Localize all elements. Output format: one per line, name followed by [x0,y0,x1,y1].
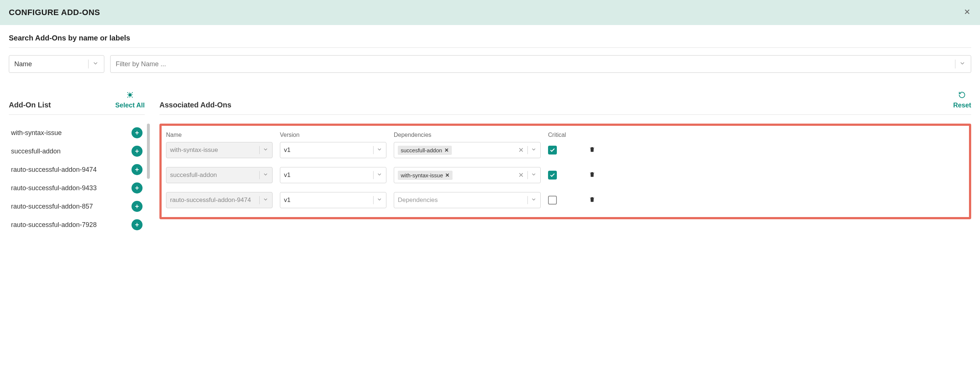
divider [373,171,374,179]
divider [259,196,260,204]
associated-panel: Associated Add-Ons Reset Name Version De… [159,91,971,219]
tag-remove-icon[interactable]: ✕ [445,172,450,178]
chevron-down-icon [377,146,382,154]
scrollbar[interactable] [147,124,150,234]
chevron-down-icon [531,171,537,179]
addon-list-panel: Add-On List Select All with-syntax-issue [9,91,145,234]
reset-label: Reset [953,102,971,109]
version-value: v1 [284,171,370,179]
name-select[interactable]: succesfull-addon [166,167,272,183]
critical-checkbox[interactable] [548,196,557,205]
chevron-down-icon [531,197,537,204]
reset-button[interactable]: Reset [953,91,971,109]
chevron-down-icon [92,60,99,69]
list-item: rauto-successful-addon-9433 [9,179,145,197]
add-button[interactable] [132,201,143,212]
list-item: with-syntax-issue [9,124,145,142]
dependencies-select[interactable]: with-syntax-issue ✕ ✕ [394,167,541,183]
table-row: with-syntax-issue v1 [166,142,964,158]
clear-icon[interactable]: ✕ [518,171,524,179]
table-row: succesfull-addon v1 [166,167,964,183]
addon-name: rauto-successful-addon-857 [11,203,93,210]
chevron-down-icon [262,197,269,204]
tag-label: succesfull-addon [401,147,442,154]
dependencies-value: succesfull-addon ✕ [398,146,518,155]
addon-name: rauto-successful-addon-7928 [11,221,97,229]
add-button[interactable] [132,146,143,157]
tag-label: with-syntax-issue [401,172,443,178]
divider [527,171,528,179]
divider [259,171,260,179]
select-all-label: Select All [115,102,145,109]
trash-icon[interactable] [589,196,595,204]
divider [373,146,374,154]
version-value: v1 [284,197,370,204]
list-item: succesfull-addon [9,142,145,160]
chevron-down-icon [377,171,382,179]
col-header-critical: Critical [548,132,578,138]
col-header-version: Version [280,132,387,138]
critical-checkbox[interactable] [548,171,557,179]
dependencies-placeholder: Dependencies [398,197,525,204]
chevron-down-icon [531,146,537,154]
version-select[interactable]: v1 [280,192,387,208]
clear-icon[interactable]: ✕ [518,146,524,154]
associated-title: Associated Add-Ons [159,101,231,109]
col-header-dependencies: Dependencies [394,132,541,138]
list-item: rauto-successful-addon-857 [9,197,145,216]
search-type-select[interactable]: Name [9,55,104,73]
addon-items: with-syntax-issue succesfull-addon rauto… [9,124,145,234]
chevron-down-icon [262,171,269,179]
divider [259,146,260,154]
search-row: Name [9,55,971,73]
filter-input-wrap[interactable] [110,55,971,73]
divider [373,196,374,204]
associated-highlight-box: Name Version Dependencies Critical with-… [159,124,971,219]
tag-remove-icon[interactable]: ✕ [444,147,449,153]
dependencies-value: with-syntax-issue ✕ [398,171,518,180]
search-type-value: Name [14,60,88,68]
trash-icon[interactable] [589,171,595,179]
search-section-label: Search Add-Ons by name or labels [9,34,971,48]
name-value: succesfull-addon [170,171,256,179]
addon-list-title: Add-On List [9,101,51,109]
dependency-tag: with-syntax-issue ✕ [398,171,453,180]
name-value: with-syntax-issue [170,146,256,154]
version-value: v1 [284,146,370,154]
svg-rect-2 [129,94,131,96]
addon-name: with-syntax-issue [11,129,62,137]
chevron-down-icon [262,146,269,154]
dialog-title: CONFIGURE ADD-ONS [9,8,100,17]
version-select[interactable]: v1 [280,167,387,183]
trash-icon[interactable] [589,146,595,154]
chevron-down-icon [377,197,382,204]
addon-name: rauto-successful-addon-9433 [11,184,97,192]
table-row: rauto-successful-addon-9474 v1 [166,192,964,208]
select-all-button[interactable]: Select All [115,91,145,109]
divider [955,59,955,69]
add-button[interactable] [132,219,143,230]
dependency-tag: succesfull-addon ✕ [398,146,452,155]
close-icon[interactable] [963,7,971,18]
filter-input[interactable] [116,60,955,68]
addon-name: succesfull-addon [11,147,60,155]
add-button[interactable] [132,182,143,194]
dependencies-select[interactable]: Dependencies [394,192,541,208]
col-header-name: Name [166,132,272,138]
scrollbar-thumb[interactable] [147,124,150,179]
list-item: rauto-successful-addon-7928 [9,216,145,234]
chevron-down-icon [959,60,966,68]
version-select[interactable]: v1 [280,142,387,158]
add-button[interactable] [132,164,143,175]
reset-icon [958,91,966,100]
add-button[interactable] [132,127,143,138]
list-item: rauto-successful-addon-9474 [9,160,145,179]
table-header: Name Version Dependencies Critical [166,132,964,138]
name-select[interactable]: with-syntax-issue [166,142,272,158]
dependencies-select[interactable]: succesfull-addon ✕ ✕ [394,142,541,158]
name-value: rauto-successful-addon-9474 [170,197,256,204]
name-select[interactable]: rauto-successful-addon-9474 [166,192,272,208]
divider [527,146,528,154]
divider [88,59,89,69]
critical-checkbox[interactable] [548,146,557,155]
